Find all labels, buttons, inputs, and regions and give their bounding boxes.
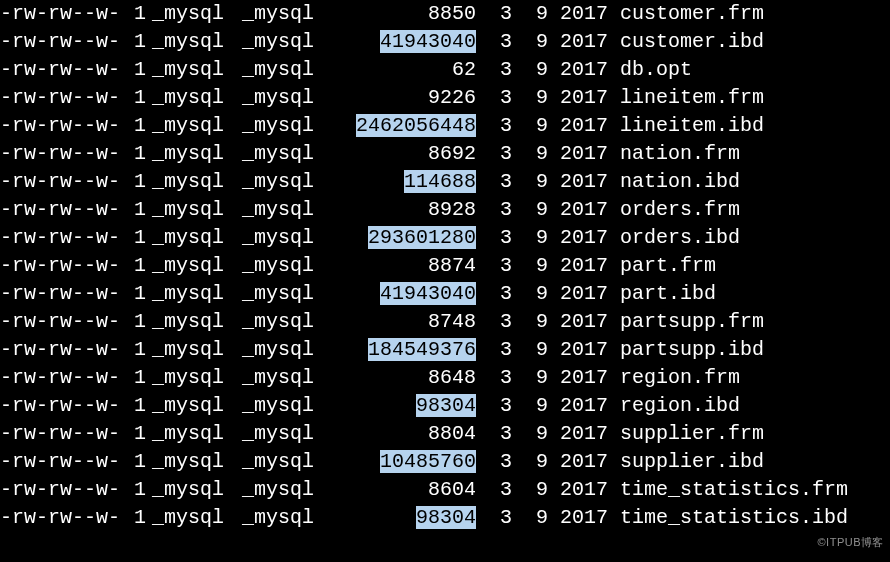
file-size-cell: 8850 [326, 0, 476, 28]
ls-row[interactable]: -rw-rw--w-1_mysql_mysql62392017db.opt [0, 56, 890, 84]
file-size[interactable]: 184549376 [368, 338, 476, 361]
file-year: 2017 [548, 28, 608, 56]
file-links: 1 [122, 252, 146, 280]
file-links: 1 [122, 336, 146, 364]
file-name: supplier.frm [608, 420, 764, 448]
ls-row[interactable]: -rw-rw--w-1_mysql_mysql293601280392017or… [0, 224, 890, 252]
file-name: partsupp.frm [608, 308, 764, 336]
file-permissions: -rw-rw--w- [0, 504, 122, 532]
file-size[interactable]: 8804 [428, 422, 476, 445]
file-size[interactable]: 293601280 [368, 226, 476, 249]
file-permissions: -rw-rw--w- [0, 252, 122, 280]
file-size[interactable]: 8928 [428, 198, 476, 221]
file-links: 1 [122, 112, 146, 140]
file-size[interactable]: 62 [452, 58, 476, 81]
file-size[interactable]: 114688 [404, 170, 476, 193]
file-size[interactable]: 8874 [428, 254, 476, 277]
file-name: supplier.ibd [608, 448, 764, 476]
ls-row[interactable]: -rw-rw--w-1_mysql_mysql41943040392017par… [0, 280, 890, 308]
file-size-cell: 8928 [326, 196, 476, 224]
file-name: nation.frm [608, 140, 740, 168]
file-year: 2017 [548, 308, 608, 336]
file-year: 2017 [548, 168, 608, 196]
file-size[interactable]: 8850 [428, 2, 476, 25]
file-name: region.ibd [608, 392, 740, 420]
file-group: _mysql [236, 504, 326, 532]
file-year: 2017 [548, 252, 608, 280]
file-size[interactable]: 10485760 [380, 450, 476, 473]
file-size[interactable]: 8692 [428, 142, 476, 165]
ls-row[interactable]: -rw-rw--w-1_mysql_mysql8928392017orders.… [0, 196, 890, 224]
file-group: _mysql [236, 252, 326, 280]
file-links: 1 [122, 392, 146, 420]
file-size[interactable]: 2462056448 [356, 114, 476, 137]
ls-row[interactable]: -rw-rw--w-1_mysql_mysql8648392017region.… [0, 364, 890, 392]
file-name: time_statistics.ibd [608, 504, 848, 532]
file-links: 1 [122, 476, 146, 504]
file-owner: _mysql [146, 336, 236, 364]
file-owner: _mysql [146, 504, 236, 532]
ls-row[interactable]: -rw-rw--w-1_mysql_mysql8874392017part.fr… [0, 252, 890, 280]
file-year: 2017 [548, 84, 608, 112]
ls-row[interactable]: -rw-rw--w-1_mysql_mysql184549376392017pa… [0, 336, 890, 364]
file-day: 9 [512, 84, 548, 112]
file-size-cell: 41943040 [326, 280, 476, 308]
file-owner: _mysql [146, 168, 236, 196]
file-size[interactable]: 8748 [428, 310, 476, 333]
file-permissions: -rw-rw--w- [0, 196, 122, 224]
file-day: 9 [512, 448, 548, 476]
file-size[interactable]: 8604 [428, 478, 476, 501]
file-day: 9 [512, 364, 548, 392]
file-year: 2017 [548, 112, 608, 140]
file-size-cell: 98304 [326, 392, 476, 420]
ls-row[interactable]: -rw-rw--w-1_mysql_mysql8850392017custome… [0, 0, 890, 28]
file-permissions: -rw-rw--w- [0, 168, 122, 196]
file-owner: _mysql [146, 308, 236, 336]
file-month: 3 [476, 168, 512, 196]
ls-row[interactable]: -rw-rw--w-1_mysql_mysql98304392017time_s… [0, 504, 890, 532]
ls-row[interactable]: -rw-rw--w-1_mysql_mysql8748392017partsup… [0, 308, 890, 336]
file-owner: _mysql [146, 56, 236, 84]
file-day: 9 [512, 140, 548, 168]
file-links: 1 [122, 28, 146, 56]
file-size-cell: 62 [326, 56, 476, 84]
ls-row[interactable]: -rw-rw--w-1_mysql_mysql41943040392017cus… [0, 28, 890, 56]
file-month: 3 [476, 448, 512, 476]
file-name: partsupp.ibd [608, 336, 764, 364]
file-owner: _mysql [146, 364, 236, 392]
file-permissions: -rw-rw--w- [0, 476, 122, 504]
file-permissions: -rw-rw--w- [0, 308, 122, 336]
file-links: 1 [122, 0, 146, 28]
file-links: 1 [122, 196, 146, 224]
file-year: 2017 [548, 392, 608, 420]
file-day: 9 [512, 56, 548, 84]
file-links: 1 [122, 84, 146, 112]
ls-row[interactable]: -rw-rw--w-1_mysql_mysql98304392017region… [0, 392, 890, 420]
file-owner: _mysql [146, 476, 236, 504]
terminal-output[interactable]: -rw-rw--w-1_mysql_mysql8850392017custome… [0, 0, 890, 532]
ls-row[interactable]: -rw-rw--w-1_mysql_mysql8604392017time_st… [0, 476, 890, 504]
file-size[interactable]: 41943040 [380, 30, 476, 53]
file-size[interactable]: 8648 [428, 366, 476, 389]
ls-row[interactable]: -rw-rw--w-1_mysql_mysql8692392017nation.… [0, 140, 890, 168]
file-size[interactable]: 9226 [428, 86, 476, 109]
ls-row[interactable]: -rw-rw--w-1_mysql_mysql9226392017lineite… [0, 84, 890, 112]
file-size[interactable]: 98304 [416, 394, 476, 417]
file-day: 9 [512, 252, 548, 280]
ls-row[interactable]: -rw-rw--w-1_mysql_mysql8804392017supplie… [0, 420, 890, 448]
ls-row[interactable]: -rw-rw--w-1_mysql_mysql10485760392017sup… [0, 448, 890, 476]
file-links: 1 [122, 308, 146, 336]
file-name: lineitem.frm [608, 84, 764, 112]
file-group: _mysql [236, 364, 326, 392]
ls-row[interactable]: -rw-rw--w-1_mysql_mysql114688392017natio… [0, 168, 890, 196]
file-links: 1 [122, 364, 146, 392]
file-month: 3 [476, 336, 512, 364]
ls-row[interactable]: -rw-rw--w-1_mysql_mysql2462056448392017l… [0, 112, 890, 140]
file-month: 3 [476, 364, 512, 392]
file-owner: _mysql [146, 448, 236, 476]
file-permissions: -rw-rw--w- [0, 0, 122, 28]
file-size[interactable]: 41943040 [380, 282, 476, 305]
file-size[interactable]: 98304 [416, 506, 476, 529]
file-name: part.ibd [608, 280, 716, 308]
file-month: 3 [476, 28, 512, 56]
